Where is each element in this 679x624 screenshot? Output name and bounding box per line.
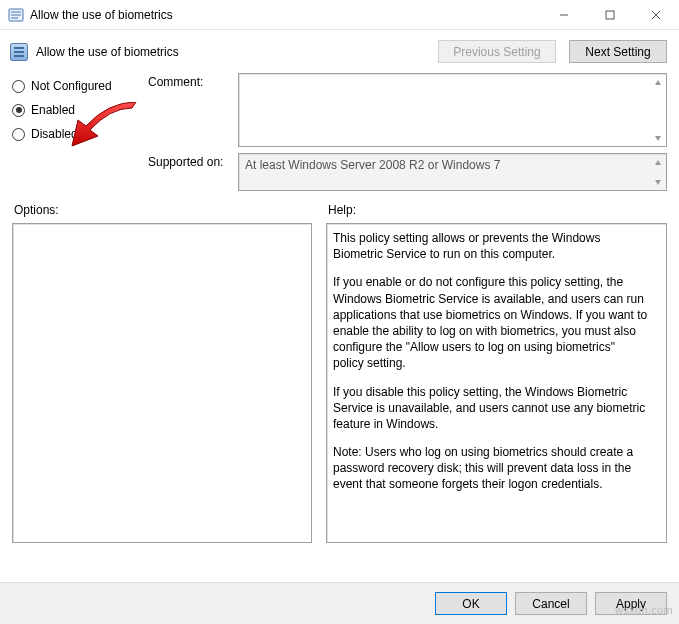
window-title: Allow the use of biometrics xyxy=(30,8,541,22)
scrollbar[interactable] xyxy=(649,154,666,190)
supported-on-field: At least Windows Server 2008 R2 or Windo… xyxy=(238,153,667,191)
radio-circle-icon xyxy=(12,128,25,141)
radio-circle-icon xyxy=(12,104,25,117)
policy-icon xyxy=(8,7,24,23)
scroll-up-icon[interactable] xyxy=(649,154,666,171)
radio-label: Not Configured xyxy=(31,79,112,93)
svg-rect-5 xyxy=(606,11,614,19)
radio-disabled[interactable]: Disabled xyxy=(12,127,148,141)
scroll-down-icon[interactable] xyxy=(649,173,666,190)
next-setting-button[interactable]: Next Setting xyxy=(569,40,667,63)
minimize-button[interactable] xyxy=(541,0,587,29)
titlebar: Allow the use of biometrics xyxy=(0,0,679,30)
scroll-down-icon[interactable] xyxy=(649,129,666,146)
ok-button[interactable]: OK xyxy=(435,592,507,615)
svg-marker-8 xyxy=(655,80,661,85)
header-row: Allow the use of biometrics Previous Set… xyxy=(0,30,679,69)
svg-marker-10 xyxy=(655,160,661,165)
scroll-up-icon[interactable] xyxy=(649,74,666,91)
scrollbar[interactable] xyxy=(649,74,666,146)
previous-setting-button: Previous Setting xyxy=(438,40,555,63)
radio-not-configured[interactable]: Not Configured xyxy=(12,79,148,93)
svg-marker-9 xyxy=(655,136,661,141)
options-label: Options: xyxy=(14,203,312,217)
help-label: Help: xyxy=(328,203,667,217)
policy-title: Allow the use of biometrics xyxy=(36,45,179,59)
comment-label: Comment: xyxy=(148,73,238,89)
help-paragraph: If you enable or do not configure this p… xyxy=(333,274,648,371)
radio-circle-icon xyxy=(12,80,25,93)
radio-enabled[interactable]: Enabled xyxy=(12,103,148,117)
supported-on-value: At least Windows Server 2008 R2 or Windo… xyxy=(245,158,500,172)
radio-label: Enabled xyxy=(31,103,75,117)
cancel-button[interactable]: Cancel xyxy=(515,592,587,615)
watermark: wsxdn.com xyxy=(615,604,673,616)
svg-marker-11 xyxy=(655,180,661,185)
help-panel: This policy setting allows or prevents t… xyxy=(326,223,667,543)
policy-header-icon xyxy=(10,43,28,61)
help-paragraph: If you disable this policy setting, the … xyxy=(333,384,648,433)
options-panel xyxy=(12,223,312,543)
supported-on-label: Supported on: xyxy=(148,153,238,169)
comment-value xyxy=(239,70,251,92)
dialog-buttons: OK Cancel Apply xyxy=(0,582,679,624)
maximize-button[interactable] xyxy=(587,0,633,29)
help-paragraph: This policy setting allows or prevents t… xyxy=(333,230,648,262)
radio-label: Disabled xyxy=(31,127,78,141)
help-paragraph: Note: Users who log on using biometrics … xyxy=(333,444,648,493)
comment-textarea[interactable] xyxy=(238,73,667,147)
window-controls xyxy=(541,0,679,29)
close-button[interactable] xyxy=(633,0,679,29)
